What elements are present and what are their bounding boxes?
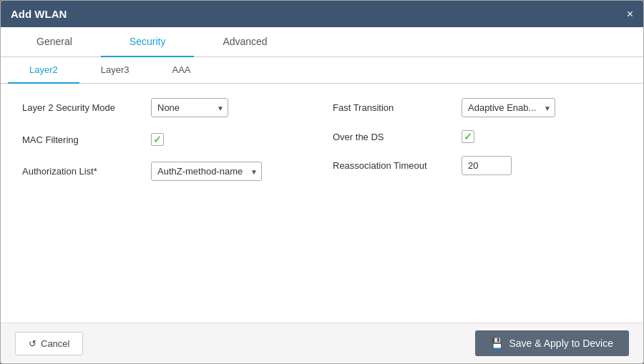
cancel-icon: ↺ [29, 338, 36, 349]
cancel-button[interactable]: ↺ Cancel [15, 332, 83, 355]
fast-transition-row: Fast Transition Adaptive Enab... Enable … [333, 98, 622, 117]
over-ds-label: Over the DS [333, 132, 454, 142]
fast-transition-select-wrapper: Adaptive Enab... Enable Disable ▼ [462, 98, 555, 117]
layer2-security-select-wrapper: None WPA+WPA2 802.1X Static WEP ▼ [151, 98, 228, 117]
over-ds-row: Over the DS [333, 130, 622, 143]
layer2-security-select[interactable]: None WPA+WPA2 802.1X Static WEP [151, 98, 228, 117]
cancel-label: Cancel [41, 338, 69, 349]
authorization-list-row: Authorization List* AuthZ-method-name ▼ [22, 162, 311, 181]
reassociation-timeout-label: Reassociation Timeout [333, 160, 454, 171]
fast-transition-label: Fast Transition [333, 102, 454, 113]
mac-filtering-row: MAC Filtering [22, 133, 311, 146]
mac-filtering-checkbox[interactable] [151, 133, 164, 146]
reassociation-timeout-row: Reassociation Timeout [333, 156, 622, 175]
tab-security[interactable]: Security [101, 27, 195, 57]
save-icon: 💾 [491, 338, 503, 349]
dialog-body: General Security Advanced Layer2 Layer3 … [1, 27, 643, 323]
top-tabs: General Security Advanced [1, 27, 643, 57]
dialog-footer: ↺ Cancel 💾 Save & Apply to Device [1, 323, 643, 363]
dialog-header: Add WLAN × [1, 1, 643, 27]
save-apply-button[interactable]: 💾 Save & Apply to Device [475, 330, 629, 356]
close-button[interactable]: × [627, 9, 633, 20]
over-ds-checkbox[interactable] [462, 130, 474, 143]
mac-filtering-checkbox-container[interactable] [151, 133, 164, 146]
over-ds-checkbox-container[interactable] [462, 130, 474, 143]
dialog-title: Add WLAN [11, 8, 67, 20]
subtab-layer2[interactable]: Layer2 [8, 57, 79, 84]
authorization-list-select[interactable]: AuthZ-method-name [151, 162, 262, 181]
authorization-list-select-wrapper: AuthZ-method-name ▼ [151, 162, 262, 181]
layer2-security-label: Layer 2 Security Mode [22, 102, 144, 113]
layer2-security-row: Layer 2 Security Mode None WPA+WPA2 802.… [22, 98, 311, 117]
add-wlan-dialog: Add WLAN × General Security Advanced Lay… [0, 0, 644, 364]
subtab-aaa[interactable]: AAA [151, 57, 213, 83]
mac-filtering-label: MAC Filtering [22, 134, 144, 145]
content-area: Layer 2 Security Mode None WPA+WPA2 802.… [1, 84, 643, 323]
save-label: Save & Apply to Device [509, 338, 613, 349]
fast-transition-select[interactable]: Adaptive Enab... Enable Disable [462, 98, 555, 117]
subtab-layer3[interactable]: Layer3 [79, 57, 151, 83]
reassociation-timeout-input[interactable] [462, 156, 512, 175]
tab-general[interactable]: General [8, 27, 101, 56]
left-column: Layer 2 Security Mode None WPA+WPA2 802.… [22, 98, 311, 308]
right-column: Fast Transition Adaptive Enab... Enable … [333, 98, 622, 308]
sub-tabs: Layer2 Layer3 AAA [1, 57, 643, 84]
authorization-list-label: Authorization List* [22, 166, 144, 177]
tab-advanced[interactable]: Advanced [194, 27, 296, 56]
